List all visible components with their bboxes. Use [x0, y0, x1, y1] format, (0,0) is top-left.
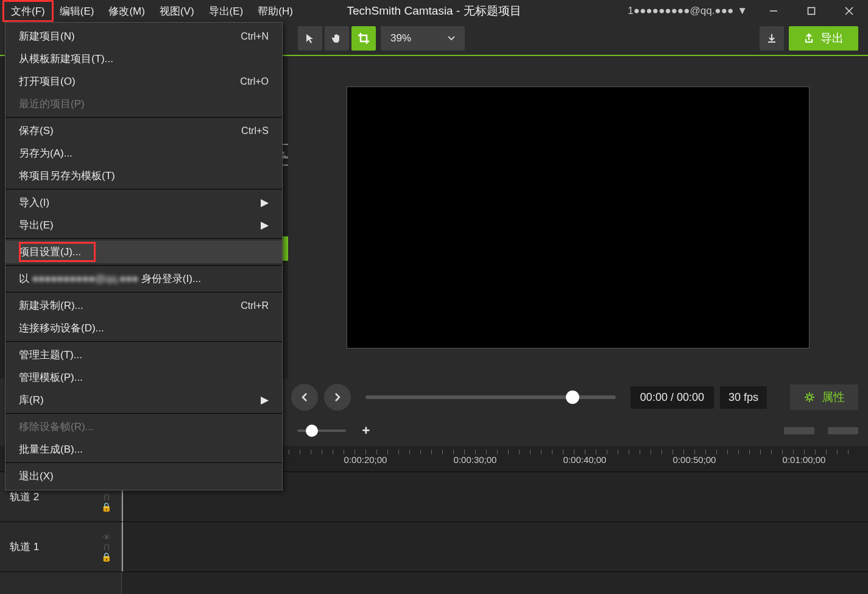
svg-rect-1 — [808, 8, 815, 15]
menu-view[interactable]: 视图(V) — [152, 1, 202, 21]
crop-tool[interactable] — [351, 26, 376, 51]
menu-import[interactable]: 导入(I)▶ — [5, 191, 282, 214]
menu-separator — [5, 265, 282, 266]
menu-login-as[interactable]: 以 ●●●●●●●●●●@qq.●●● 身份登录(I)... — [5, 267, 282, 290]
track-row-empty — [0, 571, 868, 594]
menu-new-from-template[interactable]: 从模板新建项目(T)... — [5, 48, 282, 70]
magnet-icon[interactable]: ᑎ — [104, 493, 110, 501]
ruler-tick-label: 0:00:40;00 — [563, 454, 607, 465]
menu-separator — [5, 292, 282, 292]
menu-save-as-template[interactable]: 将项目另存为模板(T) — [5, 164, 282, 187]
timeline-option-2[interactable] — [828, 427, 858, 434]
seek-slider[interactable] — [365, 395, 616, 399]
menu-separator — [5, 462, 282, 463]
close-button[interactable] — [830, 0, 868, 22]
ruler-tick-label: 0:01:00;00 — [783, 454, 826, 465]
pointer-tool[interactable] — [298, 26, 322, 51]
window-title: TechSmith Camtasia - 无标题项目 — [347, 3, 521, 19]
svg-point-5 — [808, 395, 812, 400]
menu-open-project[interactable]: 打开项目(O)Ctrl+O — [5, 70, 282, 93]
eye-icon[interactable]: 👁 — [102, 533, 111, 542]
menu-exit[interactable]: 退出(X) — [5, 465, 282, 487]
menu-recent-projects: 最近的项目(P) — [5, 93, 282, 115]
menu-save[interactable]: 保存(S)Ctrl+S — [5, 119, 282, 142]
menu-help[interactable]: 帮助(H) — [250, 1, 300, 21]
file-menu-dropdown: 新建项目(N)Ctrl+N 从模板新建项目(T)... 打开项目(O)Ctrl+… — [5, 22, 283, 490]
menu-export-sub[interactable]: 导出(E)▶ — [5, 214, 282, 236]
chevron-down-icon: ▼ — [737, 5, 747, 17]
menu-edit[interactable]: 编辑(E) — [52, 1, 102, 21]
ruler-tick-label: 0:00:30;00 — [454, 454, 497, 465]
prev-button[interactable] — [291, 384, 318, 411]
menu-separator — [5, 341, 282, 342]
pan-tool[interactable] — [325, 26, 349, 51]
canvas-panel — [288, 56, 868, 379]
track-header-empty[interactable] — [0, 572, 122, 594]
export-button[interactable]: 导出 — [789, 26, 858, 51]
track-body[interactable] — [122, 522, 868, 571]
next-button[interactable] — [324, 384, 351, 411]
account-dropdown[interactable]: 1●●●●●●●●●@qq.●●● ▼ — [621, 5, 755, 17]
titlebar: 文件(F) 编辑(E) 修改(M) 视图(V) 导出(E) 帮助(H) Tech… — [0, 0, 868, 22]
menu-separator — [5, 238, 282, 239]
menu-separator — [5, 189, 282, 189]
maximize-button[interactable] — [792, 0, 830, 22]
add-marker-button[interactable]: + — [358, 423, 374, 439]
menu-manage-templates[interactable]: 管理模板(P)... — [5, 366, 282, 389]
menu-library[interactable]: 库(R)▶ — [5, 389, 282, 411]
slider-thumb[interactable] — [306, 425, 318, 437]
properties-button[interactable]: 属性 — [790, 384, 858, 410]
menu-export[interactable]: 导出(E) — [202, 1, 251, 21]
menu-manage-themes[interactable]: 管理主题(T)... — [5, 344, 282, 366]
lock-icon[interactable]: 🔒 — [101, 503, 111, 511]
menu-new-recording[interactable]: 新建录制(R)...Ctrl+R — [5, 294, 282, 317]
menu-new-project[interactable]: 新建项目(N)Ctrl+N — [5, 25, 282, 48]
menu-separator — [5, 117, 282, 118]
minimize-button[interactable] — [755, 0, 792, 22]
track-header[interactable]: 轨道 1 👁 ᑎ 🔒 — [0, 522, 122, 571]
timeline-zoom-slider[interactable] — [297, 430, 346, 432]
menu-project-settings[interactable]: 项目设置(J)... — [5, 241, 282, 263]
track-body[interactable] — [122, 572, 868, 594]
chevron-right-icon: ▶ — [261, 219, 269, 232]
download-button[interactable] — [760, 26, 784, 51]
gear-icon — [803, 391, 816, 403]
chevron-right-icon: ▶ — [261, 394, 269, 406]
zoom-select[interactable]: 39% — [381, 26, 465, 51]
track-row: 轨道 1 👁 ᑎ 🔒 — [0, 522, 868, 571]
seek-thumb[interactable] — [566, 391, 579, 404]
menu-modify[interactable]: 修改(M) — [101, 1, 152, 21]
menu-connect-mobile[interactable]: 连接移动设备(D)... — [5, 317, 282, 339]
share-icon — [803, 33, 814, 44]
playhead[interactable] — [122, 522, 123, 571]
menu-save-as[interactable]: 另存为(A)... — [5, 142, 282, 164]
fps-display[interactable]: 30 fps — [720, 386, 767, 409]
magnet-icon[interactable]: ᑎ — [104, 543, 110, 551]
menu-separator — [5, 413, 282, 414]
menu-batch[interactable]: 批量生成(B)... — [5, 438, 282, 461]
menu-file[interactable]: 文件(F) — [4, 1, 52, 21]
ruler-tick-label: 0:00:20;00 — [344, 454, 387, 465]
lock-icon[interactable]: 🔒 — [101, 553, 111, 561]
timeline-option-1[interactable] — [784, 427, 814, 434]
ruler-tick-label: 0:00:50;00 — [673, 454, 716, 465]
chevron-right-icon: ▶ — [261, 196, 269, 209]
time-display: 00:00 / 00:00 — [630, 386, 714, 409]
menubar: 文件(F) 编辑(E) 修改(M) 视图(V) 导出(E) 帮助(H) — [0, 0, 300, 22]
preview-canvas[interactable] — [347, 87, 810, 348]
menu-remove-device-frames: 移除设备帧(R)... — [5, 415, 282, 438]
chevron-down-icon — [448, 36, 455, 41]
